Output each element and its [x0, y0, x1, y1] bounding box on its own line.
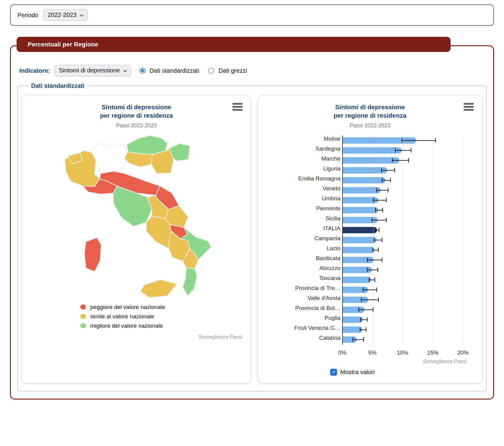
- region-sardegna: [84, 237, 101, 271]
- period-select[interactable]: 2022-2023: [43, 9, 88, 21]
- error-bar: [360, 327, 366, 332]
- bar-row: Lazio: [343, 245, 467, 255]
- bar-category-label: Friuli Venezia G…: [265, 325, 340, 331]
- x-axis-tick-label: 20%: [457, 349, 469, 356]
- bar: [343, 237, 376, 243]
- percentuali-panel: Percentuali per Regione Indicatore: Sint…: [10, 45, 494, 400]
- error-bar: [360, 317, 368, 322]
- chart-card-subtitle: Passi 2022-2023: [264, 123, 476, 129]
- bar-row: Sicilia: [343, 215, 467, 225]
- error-bar: [367, 268, 378, 272]
- legend-dot-icon: [80, 323, 86, 328]
- period-filter-box: Periodo 2022-2023: [10, 4, 494, 26]
- error-bar: [367, 258, 383, 262]
- region-sicilia: [140, 279, 177, 298]
- error-bar: [376, 188, 388, 193]
- bar-row: Veneto: [343, 185, 467, 195]
- bar-category-label: Campania: [265, 235, 340, 242]
- italy-map-svg: [60, 133, 213, 302]
- error-bar: [375, 208, 383, 212]
- map-credit: Sorveglianza Passi: [28, 334, 244, 340]
- gridline: [433, 135, 433, 345]
- indicator-select-value: Sintomi di depressione: [59, 67, 120, 74]
- bar: [343, 327, 362, 333]
- error-bar: [373, 198, 387, 202]
- error-bar: [372, 248, 379, 252]
- gridline: [463, 135, 463, 345]
- bar-row: Sardegna: [343, 145, 467, 155]
- bar-category-label: Sardegna: [265, 145, 340, 152]
- bar: [343, 167, 387, 174]
- radio-dati-grezzi[interactable]: [208, 68, 214, 74]
- legend-label: migliore del valore nazionale: [90, 323, 163, 329]
- bar-category-label: Sicilia: [265, 215, 340, 222]
- bar-category-label: Marche: [265, 155, 340, 162]
- bar-row: Piemonte: [343, 205, 467, 215]
- italy-choropleth-map: [28, 133, 244, 302]
- period-select-value: 2022-2023: [48, 11, 77, 18]
- legend-label: simile al valore nazionale: [90, 313, 154, 320]
- chart-credit: Sorveglianza Passi: [264, 358, 476, 365]
- bar-row: Liguria: [343, 165, 467, 175]
- bar-row: Emilia Romagna: [343, 175, 467, 185]
- indicator-row: Indicatore: Sintomi di depressione Dati …: [19, 65, 490, 76]
- radio-dati-standardizzati[interactable]: [139, 68, 145, 74]
- bar-row: Provincia di Tre…: [343, 285, 467, 295]
- chart-menu-hamburger-icon[interactable]: [232, 103, 243, 111]
- bar-category-label: Lazio: [265, 245, 340, 252]
- radio-label[interactable]: Dati standardizzati: [150, 67, 199, 74]
- bar-row: ITALIA: [343, 225, 467, 235]
- show-values-label: Mostra valori: [340, 369, 375, 376]
- error-bar: [361, 298, 379, 302]
- show-values-checkbox[interactable]: [330, 369, 337, 376]
- bar: [343, 157, 399, 164]
- legend-dot-icon: [80, 304, 86, 310]
- gridline: [403, 135, 403, 345]
- error-bar: [369, 278, 375, 282]
- bar-italia: [343, 227, 377, 233]
- bar-chart-plot-area: MoliseSardegnaMarcheLiguriaEmilia Romagn…: [342, 135, 467, 345]
- data-type-radio-group: Dati standardizzatiDati grezzi: [139, 67, 252, 74]
- bar: [343, 147, 402, 154]
- bar: [343, 317, 363, 323]
- chart-card-title-line2: per regione di residenza: [264, 111, 476, 120]
- chart-card-title-line1: Sintomi di depressione: [264, 103, 476, 111]
- bar-chart-card: Sintomi di depressione per regione di re…: [258, 95, 482, 383]
- bar-category-label: Piemonte: [265, 205, 340, 212]
- error-bar: [381, 168, 395, 173]
- chevron-down-icon: [123, 67, 127, 74]
- bar-category-label: Basilicata: [265, 255, 340, 262]
- error-bar: [402, 138, 436, 143]
- bar-category-label: Toscana: [265, 275, 340, 282]
- bar-category-label: Liguria: [265, 165, 340, 172]
- x-axis-tick-label: 0%: [338, 349, 346, 356]
- x-axis-tick-label: 10%: [397, 349, 408, 356]
- fieldset-legend: Dati standardizzati: [29, 82, 87, 89]
- region-lombardia: [92, 143, 126, 174]
- legend-item: migliore del valore nazionale: [80, 323, 244, 329]
- bar-row: Calabria: [343, 335, 467, 345]
- bar-category-label: ITALIA: [265, 225, 340, 232]
- map-card: Sintomi di depressione per regione di re…: [22, 95, 251, 383]
- radio-label[interactable]: Dati grezzi: [219, 67, 247, 74]
- legend-label: peggiore del valore nazionale: [90, 304, 165, 311]
- bar-category-label: Provincia di Bol…: [265, 305, 340, 311]
- bar-row: Abruzzo: [343, 265, 467, 275]
- bar-row: Campania: [343, 235, 467, 245]
- chart-menu-hamburger-icon[interactable]: [464, 103, 474, 111]
- bar-category-label: Emilia Romagna: [265, 175, 340, 182]
- error-bar: [352, 337, 364, 342]
- dati-standardizzati-fieldset: Dati standardizzati Sintomi di depressio…: [18, 82, 486, 391]
- period-label: Periodo: [18, 12, 38, 19]
- error-bar: [374, 238, 383, 242]
- error-bar: [382, 178, 391, 183]
- x-axis-tick-label: 15%: [427, 349, 439, 356]
- bar-category-label: Puglia: [265, 315, 340, 321]
- bar-category-label: Veneto: [265, 185, 340, 192]
- bar-category-label: Molise: [265, 135, 340, 142]
- map-card-title-line1: Sintomi di depressione: [28, 103, 244, 111]
- bar-row: Puglia: [343, 315, 467, 325]
- region-calabria: [183, 268, 197, 296]
- indicator-select[interactable]: Sintomi di depressione: [54, 65, 131, 76]
- bar-row: Molise: [343, 135, 467, 145]
